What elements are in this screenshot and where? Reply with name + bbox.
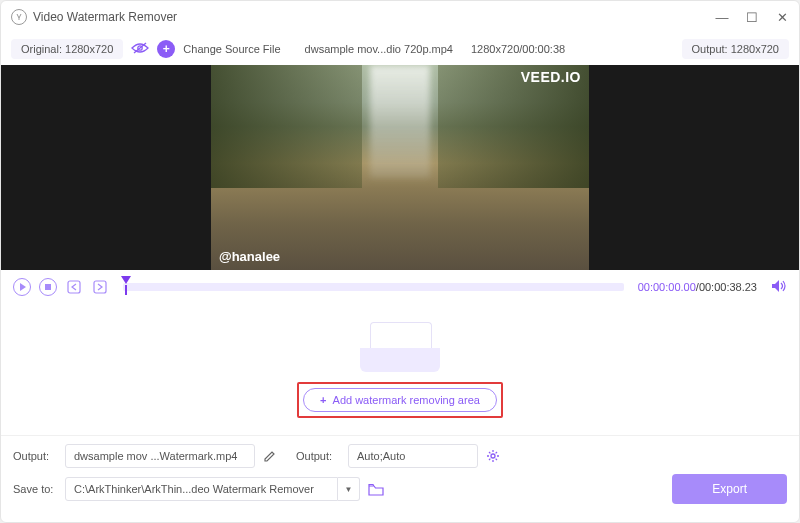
svg-point-5 — [491, 454, 495, 458]
frame-back-button[interactable] — [65, 278, 83, 296]
plus-icon: + — [320, 394, 326, 406]
app-logo-icon — [11, 9, 27, 25]
tray-icon — [360, 322, 440, 372]
add-watermark-area-button[interactable]: + Add watermark removing area — [303, 388, 497, 412]
output-dimensions-chip: Output: 1280x720 — [682, 39, 789, 59]
output-format-field[interactable]: Auto;Auto — [348, 444, 478, 468]
svg-rect-3 — [68, 281, 80, 293]
window-controls: — ☐ ✕ — [715, 10, 789, 25]
change-source-label[interactable]: Change Source File — [183, 43, 280, 55]
player-controls: 00:00:00.00/00:00:38.23 — [1, 270, 799, 304]
save-to-path-field[interactable]: C:\ArkThinker\ArkThin...deo Watermark Re… — [65, 477, 338, 501]
export-button[interactable]: Export — [672, 474, 787, 504]
output-filename-field[interactable]: dwsample mov ...Watermark.mp4 — [65, 444, 255, 468]
video-preview-area: VEED.IO @hanalee — [1, 65, 799, 270]
settings-gear-icon[interactable] — [486, 449, 500, 463]
save-to-dropdown-icon[interactable]: ▼ — [338, 477, 360, 501]
save-to-label: Save to: — [13, 483, 57, 495]
volume-icon[interactable] — [771, 279, 787, 296]
svg-rect-4 — [94, 281, 106, 293]
minimize-icon[interactable]: — — [715, 10, 729, 25]
timecode: 00:00:00.00/00:00:38.23 — [638, 281, 757, 293]
frame-forward-button[interactable] — [91, 278, 109, 296]
source-filename: dwsample mov...dio 720p.mp4 — [305, 43, 453, 55]
highlight-box: + Add watermark removing area — [297, 382, 503, 418]
original-dimensions-chip: Original: 1280x720 — [11, 39, 123, 59]
time-current: 00:00:00.00 — [638, 281, 696, 293]
time-duration: 00:00:38.23 — [699, 281, 757, 293]
timeline-slider[interactable] — [123, 283, 624, 291]
bottom-panel: Output: dwsample mov ...Watermark.mp4 Ou… — [1, 435, 799, 522]
svg-rect-2 — [45, 284, 51, 290]
output-file-label: Output: — [13, 450, 57, 462]
output-format-label: Output: — [296, 450, 340, 462]
stop-button[interactable] — [39, 278, 57, 296]
edit-filename-icon[interactable] — [263, 450, 276, 463]
maximize-icon[interactable]: ☐ — [745, 10, 759, 25]
close-icon[interactable]: ✕ — [775, 10, 789, 25]
add-watermark-area-label: Add watermark removing area — [333, 394, 480, 406]
watermark-top-right: VEED.IO — [521, 69, 581, 85]
timeline-playhead-icon[interactable] — [123, 276, 133, 286]
topbar: Original: 1280x720 + Change Source File … — [1, 33, 799, 65]
open-folder-icon[interactable] — [368, 483, 384, 496]
video-frame[interactable]: VEED.IO @hanalee — [211, 65, 589, 270]
app-window: Video Watermark Remover — ☐ ✕ Original: … — [0, 0, 800, 523]
titlebar: Video Watermark Remover — ☐ ✕ — [1, 1, 799, 33]
source-dims-duration: 1280x720/00:00:38 — [471, 43, 565, 55]
watermark-bottom-left: @hanalee — [219, 249, 280, 264]
watermark-area-panel: + Add watermark removing area — [1, 304, 799, 435]
preview-eye-icon[interactable] — [131, 41, 149, 57]
add-source-icon[interactable]: + — [157, 40, 175, 58]
app-title: Video Watermark Remover — [33, 10, 715, 24]
play-button[interactable] — [13, 278, 31, 296]
